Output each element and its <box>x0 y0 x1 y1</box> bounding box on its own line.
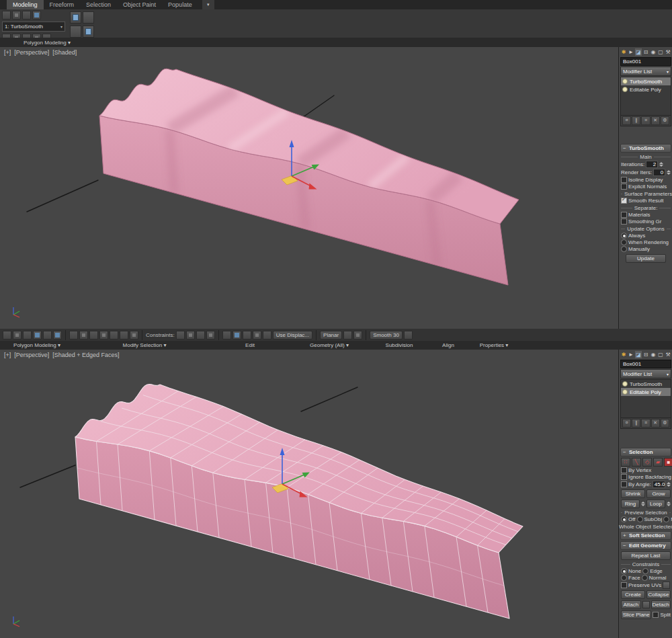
radio[interactable] <box>637 516 643 522</box>
edge-mode-icon[interactable]: ╲ <box>632 458 641 467</box>
motion-tab-icon[interactable]: ◉ <box>650 48 657 56</box>
by-angle-input[interactable]: 45.0 <box>653 481 665 488</box>
tool-icon[interactable] <box>353 331 362 340</box>
tool-icon[interactable] <box>89 331 98 340</box>
radio-selected[interactable] <box>621 233 627 239</box>
by-vertex-checkbox[interactable]: By Vertex <box>619 467 672 473</box>
detach-button[interactable]: Detach <box>651 600 671 609</box>
create-button[interactable]: Create <box>621 590 645 599</box>
update-when-rendering-radio[interactable]: When Rendering <box>619 239 672 245</box>
viewport-pov-menu[interactable]: [Perspective] <box>14 49 49 56</box>
make-unique-icon[interactable]: ≡ <box>641 419 650 428</box>
modify-tab-icon[interactable]: ◪ <box>635 351 642 358</box>
modifier-stack-item-turbosmooth[interactable]: TurboSmooth <box>621 77 671 85</box>
constraint-icon[interactable] <box>176 331 185 340</box>
tool-icon[interactable] <box>53 331 62 340</box>
slice-plane-button[interactable]: Slice Plane <box>621 610 651 619</box>
checkbox[interactable] <box>621 481 627 487</box>
modifier-stack-item-editable-poly[interactable]: Editable Poly <box>621 85 671 93</box>
display-tab-icon[interactable]: ▢ <box>657 351 664 358</box>
element-mode-icon[interactable]: ■ <box>664 458 672 467</box>
pin-stack-icon[interactable]: ¤ <box>622 116 631 125</box>
update-manually-radio[interactable]: Manually <box>619 245 672 252</box>
radio-selected[interactable] <box>621 568 627 574</box>
window-icon[interactable] <box>83 11 94 24</box>
remove-modifier-icon[interactable]: ✕ <box>651 419 660 428</box>
preserve-uvs-checkbox[interactable]: Preserve UVs <box>619 581 672 589</box>
ring-button[interactable]: Ring <box>621 500 640 508</box>
ribbon-tab-object-paint[interactable]: Object Paint <box>117 0 162 9</box>
tool-icon[interactable] <box>22 11 31 19</box>
polygon-mode-icon[interactable]: ▰ <box>653 458 663 467</box>
collapse-button[interactable]: Collapse <box>646 590 671 599</box>
render-iters-input[interactable]: 0 <box>653 169 665 176</box>
panel-caption-modify-selection[interactable]: Modify Selection ▾ <box>123 342 167 348</box>
rollout-header-turbosmooth[interactable]: − TurboSmooth <box>620 144 671 153</box>
ribbon-tab-selection[interactable]: Selection <box>80 0 117 9</box>
preserve-uvs-settings-button[interactable] <box>663 582 670 589</box>
tool-icon[interactable] <box>243 331 251 340</box>
visibility-bulb-icon[interactable] <box>622 389 628 395</box>
constraint-icon[interactable] <box>196 331 205 340</box>
split-checkbox[interactable] <box>653 612 659 618</box>
checkbox[interactable] <box>621 212 627 218</box>
configure-modifier-sets-icon[interactable]: ⚙ <box>661 419 669 428</box>
tool-icon[interactable] <box>3 331 11 340</box>
show-end-result-icon[interactable]: ∥ <box>632 419 640 428</box>
tool-icon[interactable] <box>33 331 42 340</box>
shrink-button[interactable]: Shrink <box>621 489 645 498</box>
checkbox[interactable] <box>621 218 627 225</box>
materials-checkbox[interactable]: Materials <box>619 211 672 218</box>
rollout-header-soft-selection[interactable]: + Soft Selection <box>620 531 671 540</box>
checkbox[interactable] <box>621 467 627 473</box>
tool-icon[interactable] <box>13 331 22 340</box>
viewport-nav-menu[interactable]: [+] <box>4 352 11 358</box>
remove-modifier-icon[interactable]: ✕ <box>651 116 660 125</box>
checkbox[interactable] <box>621 184 627 190</box>
tool-icon[interactable] <box>69 331 78 340</box>
radio[interactable] <box>621 246 627 252</box>
tool-icon[interactable] <box>404 331 413 340</box>
active-modifier-combo[interactable]: 1: TurboSmooth ▾ <box>2 22 65 32</box>
hierarchy-tab-icon[interactable]: ⊟ <box>642 48 649 56</box>
visibility-bulb-icon[interactable] <box>622 79 628 84</box>
tool-icon[interactable] <box>253 331 261 340</box>
render-iters-spinner[interactable] <box>667 170 671 175</box>
rollout-header-selection[interactable]: − Selection <box>620 448 671 456</box>
viewport-shading-menu[interactable]: [Shaded + Edged Faces] <box>52 352 119 358</box>
attach-button[interactable]: Attach <box>621 600 641 609</box>
tool-icon[interactable] <box>110 331 118 340</box>
display-tab-icon[interactable]: ▢ <box>657 48 664 56</box>
panel-caption-geometry-all[interactable]: Geometry (All) ▾ <box>310 342 349 348</box>
checkbox[interactable] <box>621 582 627 588</box>
radio[interactable] <box>663 516 669 522</box>
show-end-result-icon[interactable]: ∥ <box>632 116 640 125</box>
grow-button[interactable]: Grow <box>646 489 671 498</box>
loop-spinner[interactable] <box>667 502 671 506</box>
pin-stack-icon[interactable]: ¤ <box>622 419 631 428</box>
constraint-icon[interactable] <box>206 331 215 340</box>
ignore-backfacing-checkbox[interactable]: Ignore Backfacing <box>619 473 672 480</box>
modifier-stack-item-turbosmooth[interactable]: TurboSmooth <box>621 380 671 388</box>
panel-caption-edit[interactable]: Edit <box>245 342 255 348</box>
hierarchy-tab-icon[interactable]: ⊟ <box>642 351 649 358</box>
checkbox-checked[interactable] <box>621 198 627 204</box>
iterations-input[interactable]: 2 <box>646 161 658 168</box>
tool-icon[interactable] <box>23 331 32 340</box>
panel-caption-subdivision[interactable]: Subdivision <box>386 342 413 348</box>
radio[interactable] <box>621 239 627 245</box>
modify-tab-icon[interactable]: ◪ <box>635 48 642 56</box>
smooth-result-checkbox[interactable]: Smooth Result <box>619 197 672 204</box>
ribbon-tab-freeform[interactable]: Freeform <box>44 0 81 9</box>
tool-icon[interactable] <box>222 331 231 340</box>
tool-icon[interactable] <box>12 11 21 19</box>
window-icon[interactable] <box>83 26 94 38</box>
modifier-stack-item-editable-poly[interactable]: Editable Poly <box>621 388 671 396</box>
viewport-pov-menu[interactable]: [Perspective] <box>14 352 49 358</box>
viewport-canvas[interactable] <box>0 350 618 638</box>
by-angle-checkbox[interactable]: By Angle: 45.0 <box>619 480 672 488</box>
tool-icon[interactable] <box>32 11 41 19</box>
loop-button[interactable]: Loop <box>646 500 665 508</box>
make-unique-icon[interactable]: ≡ <box>641 116 650 125</box>
iterations-spinner[interactable] <box>659 162 663 167</box>
